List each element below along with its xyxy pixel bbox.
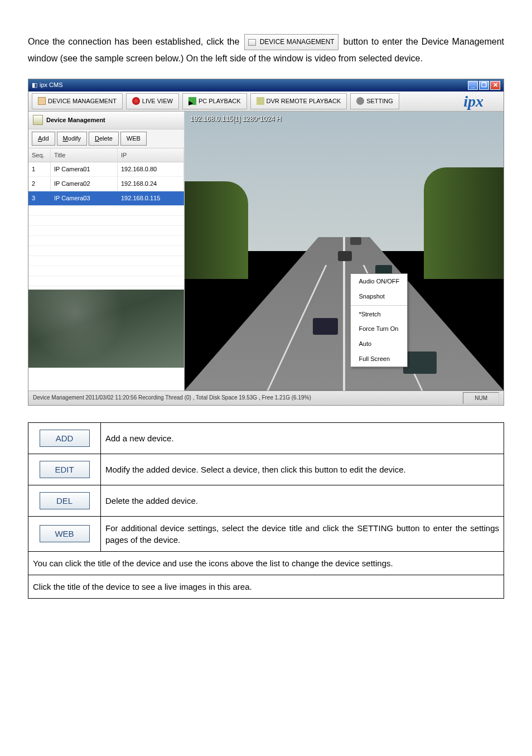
delete-button[interactable]: Delete xyxy=(89,132,119,146)
add-btn-image: ADD xyxy=(40,430,90,447)
setting-tab[interactable]: SETTING xyxy=(350,93,399,109)
folder-icon xyxy=(248,39,256,46)
table-row: WEB For additional device settings, sele… xyxy=(28,516,504,551)
device-management-header: Device Management xyxy=(28,112,184,129)
menu-stretch[interactable]: *Stretch xyxy=(351,307,407,322)
eye-icon xyxy=(132,97,140,105)
table-row: You can click the title of the device an… xyxy=(28,551,504,575)
dvr-remote-playback-tab[interactable]: DVR REMOTE PLAYBACK xyxy=(250,93,347,109)
pc-playback-tab[interactable]: ▶ PC PLAYBACK xyxy=(182,93,247,109)
play-icon: ▶ xyxy=(188,97,196,105)
add-desc: Add a new device. xyxy=(101,422,504,454)
preview-thumbnail xyxy=(28,290,184,368)
edit-btn-image: EDIT xyxy=(40,461,90,478)
context-menu: Audio ON/OFF Snapshot *Stretch Force Tur… xyxy=(350,273,408,367)
app-icon: ◧ xyxy=(32,79,37,91)
note-2: Click the title of the device to see a l… xyxy=(28,575,504,598)
table-row: EDIT Modify the added device. Select a d… xyxy=(28,454,504,485)
menu-force[interactable]: Force Turn On xyxy=(351,321,407,336)
window-titlebar: ◧ ipx CMS _ ❐ ✕ xyxy=(28,79,504,92)
device-icon xyxy=(33,115,43,125)
menu-full[interactable]: Full Screen xyxy=(351,351,407,367)
remote-icon xyxy=(257,97,264,105)
window-title: ipx CMS xyxy=(40,79,63,91)
table-row[interactable]: 2 IP Camera02 192.168.0.24 xyxy=(28,177,184,191)
table-row: DEL Delete the added device. xyxy=(28,485,504,516)
status-left: Device Management 2011/03/02 11:20:56 Re… xyxy=(33,392,311,404)
col-seq: Seq. xyxy=(28,148,51,162)
device-sidebar: Device Management Add Modify Delete WEB … xyxy=(28,112,185,391)
table-header: Seq. Title IP xyxy=(28,148,184,163)
main-toolbar: DEVICE MANAGEMENT LIVE VIEW ▶ PC PLAYBAC… xyxy=(28,92,504,112)
modify-button[interactable]: Modify xyxy=(57,132,87,146)
buttons-description-table: ADD Add a new device. EDIT Modify the ad… xyxy=(28,422,504,599)
video-label: 192.168.0.115[1] 1280*1024 H xyxy=(190,113,281,126)
col-ip: IP xyxy=(118,148,184,162)
menu-audio[interactable]: Audio ON/OFF xyxy=(351,274,407,289)
menu-auto[interactable]: Auto xyxy=(351,336,407,351)
folder-icon xyxy=(38,97,46,105)
table-row: Click the title of the device to see a l… xyxy=(28,575,504,598)
status-bar: Device Management 2011/03/02 11:20:56 Re… xyxy=(28,391,504,405)
del-desc: Delete the added device. xyxy=(101,485,504,516)
intro-text-1: Once the connection has been established… xyxy=(28,37,243,46)
status-right: NUM xyxy=(463,392,499,404)
empty-rows xyxy=(28,206,184,290)
table-row[interactable]: 1 IP Camera01 192.168.0.80 xyxy=(28,162,184,177)
device-management-inline-btn: DEVICE MANAGEMENT xyxy=(244,34,338,50)
main-video-view[interactable]: 192.168.0.115[1] 1280*1024 H Audio ON/OF… xyxy=(185,112,504,391)
intro-paragraph: Once the connection has been established… xyxy=(28,33,504,68)
edit-desc: Modify the added device. Select a device… xyxy=(101,454,504,485)
web-button[interactable]: WEB xyxy=(120,132,147,146)
del-btn-image: DEL xyxy=(40,492,90,509)
device-management-tab[interactable]: DEVICE MANAGEMENT xyxy=(32,93,123,109)
col-title: Title xyxy=(51,148,118,162)
add-button[interactable]: Add xyxy=(32,132,55,146)
app-screenshot: ◧ ipx CMS _ ❐ ✕ DEVICE MANAGEMENT LIVE V… xyxy=(28,79,504,406)
gear-icon xyxy=(356,97,364,105)
live-view-tab[interactable]: LIVE VIEW xyxy=(126,93,179,109)
menu-snapshot[interactable]: Snapshot xyxy=(351,289,407,304)
web-btn-image: WEB xyxy=(40,525,90,542)
note-1: You can click the title of the device an… xyxy=(28,551,504,575)
device-table: Seq. Title IP 1 IP Camera01 192.168.0.80… xyxy=(28,148,184,290)
web-desc: For additional device settings, select t… xyxy=(101,516,504,551)
table-row: ADD Add a new device. xyxy=(28,422,504,454)
table-row[interactable]: 3 IP Camera03 192.168.0.115 xyxy=(28,191,184,206)
